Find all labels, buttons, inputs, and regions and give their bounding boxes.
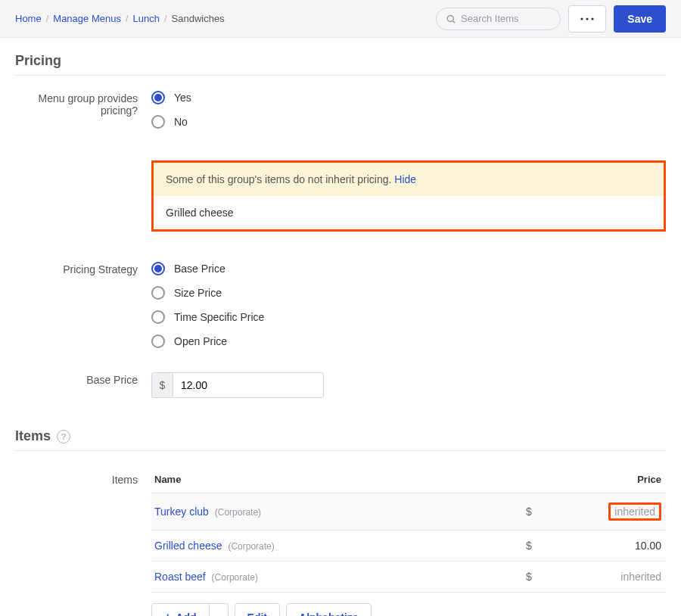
items-table: Name Price Turkey club (Corporate) $ inh…: [151, 466, 666, 593]
group-pricing-no[interactable]: No: [151, 115, 666, 129]
group-pricing-yes[interactable]: Yes: [151, 91, 666, 104]
radio-label: No: [174, 116, 188, 128]
search-box[interactable]: [436, 8, 561, 30]
breadcrumb-separator: /: [164, 13, 167, 24]
currency-prefix: $: [151, 372, 173, 398]
column-price-header: Price: [549, 474, 666, 485]
notice-item: Grilled cheese: [154, 196, 664, 229]
add-button-label: Add: [176, 611, 196, 616]
currency-symbol: $: [526, 571, 549, 583]
strategy-open-price[interactable]: Open Price: [151, 334, 666, 348]
radio-label: Base Price: [174, 263, 225, 275]
item-tag: (Corporate): [215, 507, 261, 518]
breadcrumb-separator: /: [46, 13, 49, 24]
radio-label: Time Specific Price: [174, 311, 264, 323]
item-link[interactable]: Grilled cheese: [154, 540, 222, 552]
group-pricing-label: Menu group provides pricing?: [15, 91, 151, 139]
plus-icon: +: [164, 611, 171, 616]
svg-point-4: [592, 17, 594, 20]
inherit-notice: Some of this group's items do not inheri…: [151, 160, 666, 232]
radio-label: Size Price: [174, 287, 222, 299]
help-icon[interactable]: ?: [57, 430, 70, 443]
search-icon: [446, 13, 456, 25]
save-button[interactable]: Save: [614, 5, 666, 33]
notice-text: Some of this group's items do not inheri…: [166, 173, 394, 185]
column-name-header: Name: [151, 474, 526, 485]
price-inherited-highlight: inherited: [608, 502, 661, 521]
currency-symbol: $: [526, 540, 549, 552]
svg-point-3: [586, 17, 589, 20]
radio-checked-icon: [151, 91, 165, 104]
breadcrumb: Home / Manage Menus / Lunch / Sandwiches: [15, 13, 225, 24]
item-tag: (Corporate): [228, 541, 274, 552]
table-row[interactable]: Grilled cheese (Corporate) $ 10.00: [151, 530, 666, 561]
item-tag: (Corporate): [212, 572, 258, 583]
breadcrumb-separator: /: [126, 13, 129, 24]
add-button[interactable]: + Add: [151, 603, 210, 616]
radio-label: Open Price: [174, 335, 227, 347]
breadcrumb-manage-menus[interactable]: Manage Menus: [53, 13, 121, 24]
base-price-label: Base Price: [15, 372, 151, 398]
table-row[interactable]: Turkey club (Corporate) $ inherited: [151, 493, 666, 530]
items-label: Items: [15, 466, 151, 616]
svg-line-1: [453, 20, 455, 22]
svg-point-0: [448, 15, 454, 21]
base-price-input[interactable]: [173, 372, 324, 398]
item-link[interactable]: Roast beef: [154, 571, 206, 583]
radio-label: Yes: [174, 92, 191, 104]
pricing-strategy-label: Pricing Strategy: [15, 262, 151, 359]
strategy-base-price[interactable]: Base Price: [151, 262, 666, 275]
radio-checked-icon: [151, 262, 165, 275]
radio-unchecked-icon: [151, 115, 165, 129]
breadcrumb-current: Sandwiches: [172, 13, 225, 24]
currency-symbol: $: [526, 506, 549, 518]
strategy-time-price[interactable]: Time Specific Price: [151, 310, 666, 324]
strategy-size-price[interactable]: Size Price: [151, 286, 666, 300]
radio-unchecked-icon: [151, 310, 165, 324]
alphabetize-button[interactable]: Alphabetize: [286, 603, 372, 616]
add-dropdown-button[interactable]: [210, 603, 229, 616]
table-row[interactable]: Roast beef (Corporate) $ inherited: [151, 561, 666, 592]
edit-button[interactable]: Edit: [235, 603, 280, 616]
pricing-section-title: Pricing: [15, 53, 666, 76]
price-inherited: inherited: [620, 571, 661, 583]
notice-hide-link[interactable]: Hide: [394, 173, 416, 185]
dots-icon: [580, 17, 594, 20]
breadcrumb-lunch[interactable]: Lunch: [133, 13, 160, 24]
price-value: 10.00: [635, 540, 661, 552]
more-button[interactable]: [568, 5, 606, 33]
svg-point-2: [581, 17, 583, 20]
items-section-title: Items: [15, 428, 51, 444]
radio-unchecked-icon: [151, 334, 165, 348]
search-input[interactable]: [461, 13, 551, 24]
item-link[interactable]: Turkey club: [154, 506, 209, 518]
breadcrumb-home[interactable]: Home: [15, 13, 42, 24]
radio-unchecked-icon: [151, 286, 165, 300]
